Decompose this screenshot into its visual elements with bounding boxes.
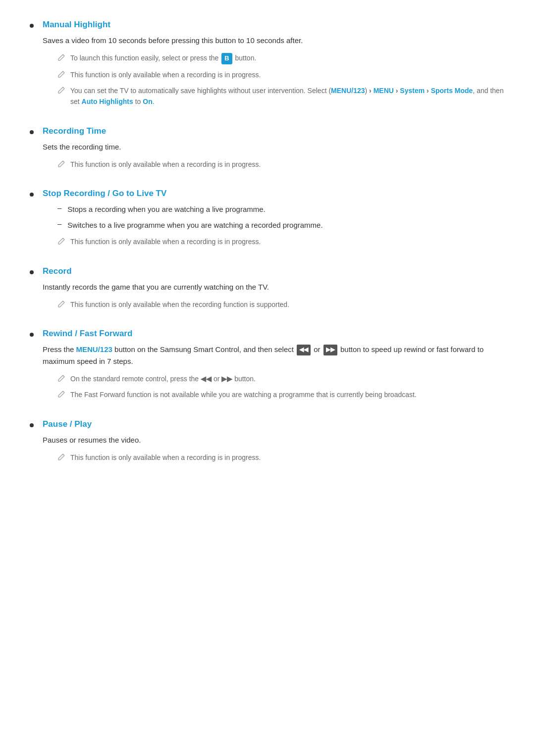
- rewind-btn-icon: ◀◀: [297, 345, 311, 355]
- note-item: On the standard remote control, press th…: [43, 373, 505, 384]
- dash-item: – Switches to a live programme when you …: [57, 219, 505, 231]
- section-stop-recording: Stop Recording / Go to Live TV – Stops a…: [30, 189, 505, 252]
- dash-symbol: –: [57, 203, 61, 212]
- note-text: This function is only available when a r…: [70, 452, 261, 463]
- section-manual-highlight: Manual Highlight Saves a video from 10 s…: [30, 20, 505, 112]
- section-desc-manual-highlight: Saves a video from 10 seconds before pre…: [43, 35, 505, 47]
- fast-forward-link: Fast Forward: [80, 329, 133, 338]
- section-recording-time: Recording Time Sets the recording time. …: [30, 126, 505, 175]
- note-list-manual-highlight: To launch this function easily, select o…: [43, 52, 505, 107]
- dash-item: – Stops a recording when you are watchin…: [57, 203, 505, 215]
- dash-list-stop-recording: – Stops a recording when you are watchin…: [43, 203, 505, 231]
- pencil-icon: [57, 237, 65, 245]
- section-title-recording-time: Recording Time: [43, 126, 505, 136]
- rw-symbol: ◀◀: [201, 375, 212, 383]
- section-desc-rewind-ff: Press the MENU/123 button on the Samsung…: [43, 344, 505, 367]
- note-list-stop-recording: This function is only available when a r…: [43, 236, 505, 247]
- on-link: On: [143, 98, 152, 105]
- rewind-link: Rewind: [43, 329, 72, 338]
- note-item: This function is only available when a r…: [43, 236, 505, 247]
- note-text: The Fast Forward function is not availab…: [70, 389, 417, 400]
- menu123-link2: MENU/123: [76, 345, 112, 353]
- section-rewind-ff: Rewind / Fast Forward Press the MENU/123…: [30, 329, 505, 405]
- pencil-icon: [57, 300, 65, 308]
- play-link: Play: [74, 419, 92, 429]
- dash-symbol: –: [57, 219, 61, 228]
- section-title-record: Record: [43, 266, 505, 276]
- pause-link: Pause: [43, 419, 67, 429]
- menu123-link: MENU/123: [331, 87, 365, 95]
- note-text: This function is only available when the…: [70, 299, 289, 310]
- pencil-icon: [57, 374, 65, 382]
- b-button: B: [221, 53, 232, 64]
- stop-recording-link: Stop Recording: [43, 189, 106, 198]
- section-title-rewind-ff: Rewind / Fast Forward: [43, 329, 505, 339]
- pencil-icon: [57, 390, 65, 398]
- note-text: To launch this function easily, select o…: [70, 52, 256, 64]
- system-link: System: [400, 87, 425, 95]
- note-item: This function is only available when a r…: [43, 69, 505, 80]
- section-desc-recording-time: Sets the recording time.: [43, 141, 505, 153]
- note-text: On the standard remote control, press th…: [70, 373, 256, 384]
- note-item: This function is only available when the…: [43, 299, 505, 310]
- section-record: Record Instantly records the game that y…: [30, 266, 505, 315]
- section-desc-record: Instantly records the game that you are …: [43, 281, 505, 293]
- note-item: To launch this function easily, select o…: [43, 52, 505, 64]
- note-list-record: This function is only available when the…: [43, 299, 505, 310]
- note-list-recording-time: This function is only available when a r…: [43, 159, 505, 170]
- section-desc-pause-play: Pauses or resumes the video.: [43, 434, 505, 446]
- section-title-stop-recording: Stop Recording / Go to Live TV: [43, 189, 505, 199]
- pencil-icon: [57, 453, 65, 461]
- ff-symbol: ▶▶: [221, 375, 232, 383]
- section-title-pause-play: Pause / Play: [43, 419, 505, 429]
- menu-link: MENU: [374, 87, 394, 95]
- note-text: This function is only available when a r…: [70, 159, 261, 170]
- pencil-icon: [57, 160, 65, 168]
- main-content: Manual Highlight Saves a video from 10 s…: [30, 20, 505, 468]
- note-text: This function is only available when a r…: [70, 69, 261, 80]
- ff-btn-icon: ▶▶: [323, 345, 337, 355]
- pencil-icon: [57, 53, 65, 61]
- note-item: You can set the TV to automatically save…: [43, 85, 505, 107]
- auto-highlights-link: Auto Highlights: [82, 98, 133, 105]
- note-text: This function is only available when a r…: [70, 236, 261, 247]
- note-item: The Fast Forward function is not availab…: [43, 389, 505, 400]
- dash-text: Switches to a live programme when you ar…: [67, 219, 322, 231]
- pencil-icon: [57, 70, 65, 78]
- go-live-tv-link: Go to Live TV: [112, 189, 167, 198]
- note-item: This function is only available when a r…: [43, 452, 505, 463]
- dash-text: Stops a recording when you are watching …: [67, 203, 265, 215]
- bullet-dot: [30, 333, 34, 337]
- bullet-dot: [30, 423, 34, 427]
- note-list-pause-play: This function is only available when a r…: [43, 452, 505, 463]
- note-list-rewind-ff: On the standard remote control, press th…: [43, 373, 505, 401]
- section-title-manual-highlight: Manual Highlight: [43, 20, 505, 30]
- note-item: This function is only available when a r…: [43, 159, 505, 170]
- bullet-dot: [30, 270, 34, 274]
- bullet-dot: [30, 24, 34, 28]
- bullet-dot: [30, 193, 34, 197]
- sports-mode-link: Sports Mode: [431, 87, 473, 95]
- bullet-dot: [30, 130, 34, 134]
- note-text: You can set the TV to automatically save…: [70, 85, 505, 107]
- section-pause-play: Pause / Play Pauses or resumes the video…: [30, 419, 505, 468]
- pencil-icon: [57, 86, 65, 94]
